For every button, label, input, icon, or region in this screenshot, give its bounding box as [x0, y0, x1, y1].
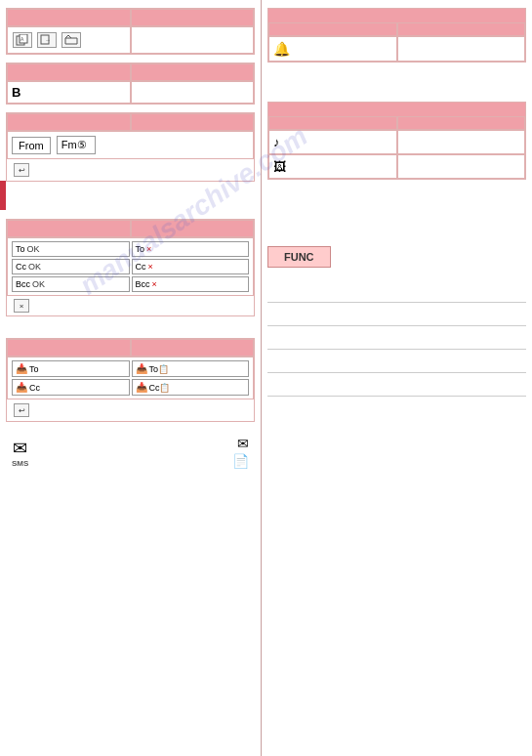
right-s2-image-right-cell — [397, 154, 526, 179]
b-header-left — [7, 63, 131, 81]
bcc-ok-label: Bcc — [16, 279, 30, 289]
right-s2-image-cell: 🖼 — [268, 154, 397, 179]
addr-entry-header-right — [131, 339, 255, 357]
to-x-btn[interactable]: To × — [132, 241, 250, 257]
right-line-1 — [267, 281, 526, 303]
cc-x-btn[interactable]: Cc × — [132, 259, 250, 274]
right-s2-music-cell: ♪ — [268, 130, 397, 154]
from-value: Fm⑤ — [57, 136, 96, 154]
b-right-cell — [131, 81, 255, 104]
right-spacer2 — [267, 189, 526, 238]
to-x-label: To — [136, 244, 145, 254]
right-s1-right-cell — [397, 36, 526, 62]
b-header-right — [131, 63, 255, 81]
bottom-icons-row: ✉ SMS ✉ 📄 — [6, 432, 255, 473]
to-ok-check-icon: OK — [27, 244, 40, 254]
section1-right-cell — [131, 26, 255, 54]
bcc-ok-check-icon: OK — [32, 279, 45, 289]
copy-move-section: A → — [6, 8, 255, 55]
sms-mail-icon[interactable]: ✉ — [13, 438, 27, 459]
from-header-right — [131, 113, 255, 131]
mail-small-icon[interactable]: ✉ — [237, 436, 249, 451]
right-column: 🔔 ♪ 🖼 — [262, 0, 532, 756]
bcc-x-label: Bcc — [136, 279, 150, 289]
right-section-2: ♪ 🖼 — [267, 102, 526, 180]
cc-entry-btn[interactable]: 📥 Cc — [12, 379, 130, 396]
cc-entry-icon: 📥 — [16, 382, 27, 393]
b-label-cell: B — [7, 81, 131, 104]
addr-entry-back-icon[interactable]: ↩ — [14, 403, 29, 417]
to-addr-icon: 📥 — [136, 363, 147, 374]
folder-icon[interactable] — [61, 32, 81, 48]
from-header-left — [7, 113, 131, 131]
cc-addr-label: Cc📋 — [149, 383, 171, 393]
cc-ok-label: Cc — [16, 262, 26, 272]
image-icon: 🖼 — [273, 159, 286, 174]
b-label: B — [12, 85, 20, 100]
func-button[interactable]: FUNC — [267, 246, 331, 268]
from-back-row: ↩ — [7, 159, 254, 181]
addr-entry-header-left — [7, 339, 131, 357]
to-entry-label: To — [29, 364, 39, 374]
right-spacer1 — [267, 72, 526, 102]
delete-row: × — [7, 296, 254, 315]
b-label-section: B — [6, 63, 255, 105]
to-entry-btn[interactable]: 📥 To — [12, 360, 130, 377]
to-ok-btn[interactable]: To OK — [12, 241, 130, 257]
copy-move-icons-cell: A → — [7, 26, 131, 54]
bcc-x-icon: × — [152, 279, 157, 289]
right-s1-col1-header — [268, 22, 397, 36]
right-s2-col1-header — [268, 116, 397, 130]
delete-icon[interactable]: × — [14, 299, 29, 313]
bcc-x-btn[interactable]: Bcc × — [132, 276, 250, 292]
cc-ok-btn[interactable]: Cc OK — [12, 259, 130, 274]
to-entry-icon: 📥 — [16, 363, 27, 374]
sms-label: SMS — [12, 459, 28, 468]
addr-entry-grid: 📥 To 📥 To📋 📥 Cc 📥 Cc📋 — [7, 357, 254, 399]
left-column: A → — [0, 0, 262, 756]
to-ok-label: To — [16, 244, 25, 254]
copy-move-header-right — [131, 9, 255, 26]
addr-entry-section: 📥 To 📥 To📋 📥 Cc 📥 Cc📋 ↩ — [6, 338, 255, 422]
bcc-ok-btn[interactable]: Bcc OK — [12, 276, 130, 292]
right-s1-col2-header — [397, 22, 526, 36]
right-s2-right-cell — [397, 130, 526, 154]
right-s1-header — [268, 9, 525, 22]
cc-x-icon: × — [148, 262, 153, 272]
right-line-4 — [267, 352, 526, 373]
to-addr-btn[interactable]: 📥 To📋 — [132, 360, 250, 377]
right-lines-section — [267, 275, 526, 402]
copy-icon[interactable]: A — [13, 32, 32, 48]
doc-small-icon[interactable]: 📄 — [232, 453, 249, 469]
right-line-2 — [267, 305, 526, 326]
cc-addr-btn[interactable]: 📥 Cc📋 — [132, 379, 250, 396]
cc-x-label: Cc — [136, 262, 146, 272]
to-x-icon: × — [146, 244, 151, 254]
func-section: FUNC — [267, 238, 526, 275]
from-back-icon[interactable]: ↩ — [14, 163, 29, 177]
page-container: A → — [0, 0, 532, 756]
right-s2-col2-header — [397, 116, 526, 130]
from-label: From — [12, 137, 51, 154]
right-s2-header — [268, 103, 525, 116]
move-icon[interactable]: → — [37, 32, 57, 48]
right-line-5 — [267, 375, 526, 397]
addr-ok-grid: To OK To × Cc OK Cc × Bcc — [7, 237, 254, 296]
right-line-3 — [267, 328, 526, 350]
right-section-1: 🔔 — [267, 8, 526, 63]
cc-ok-check-icon: OK — [28, 262, 41, 272]
svg-text:→: → — [45, 37, 51, 43]
music-icon: ♪ — [273, 135, 280, 149]
addr-entry-back-row: ↩ — [7, 399, 254, 421]
sms-icon-area: ✉ SMS — [12, 438, 28, 468]
right-s1-icon-cell: 🔔 — [268, 36, 397, 62]
addr-header-left — [7, 220, 131, 237]
cc-entry-label: Cc — [29, 383, 40, 393]
addr-header-right — [131, 220, 255, 237]
copy-move-header-left — [7, 9, 131, 26]
to-addr-label: To📋 — [149, 364, 170, 374]
address-ok-section: To OK To × Cc OK Cc × Bcc — [6, 219, 255, 316]
left-accent-bar — [0, 181, 6, 210]
from-row: From Fm⑤ — [7, 131, 254, 159]
bell-icon: 🔔 — [273, 41, 290, 57]
